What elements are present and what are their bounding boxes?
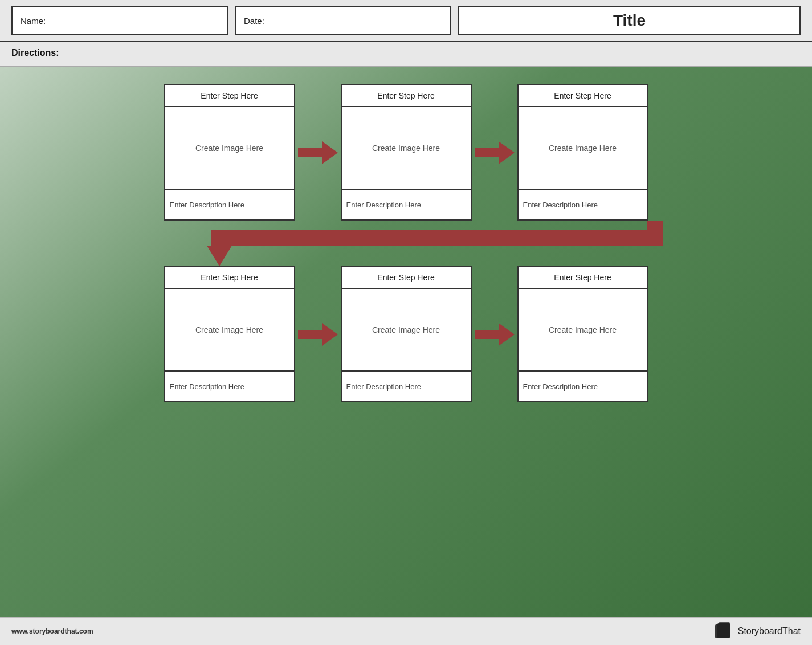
arrow-2-3: [472, 140, 517, 165]
arrow-1-2: [295, 140, 341, 165]
directions-label: Directions:: [11, 48, 59, 58]
step-image-3[interactable]: Create Image Here: [519, 107, 647, 190]
title-field[interactable]: Title: [458, 6, 801, 35]
title-label: Title: [613, 11, 646, 30]
header: Name: Date: Title: [0, 0, 812, 42]
step-description-1[interactable]: Enter Description Here: [165, 190, 294, 219]
rows-container: Enter Step Here Create Image Here Enter …: [34, 84, 778, 402]
name-label: Name:: [21, 16, 46, 26]
down-arrowhead: [207, 246, 232, 266]
row-2: Enter Step Here Create Image Here Enter …: [164, 266, 648, 402]
footer: www.storyboardthat.com StoryboardThat: [0, 617, 812, 645]
connector-hline: [215, 230, 663, 246]
svg-marker-0: [298, 141, 338, 164]
step-image-5[interactable]: Create Image Here: [342, 289, 471, 372]
step-card-6: Enter Step Here Create Image Here Enter …: [517, 266, 648, 402]
step-header-5[interactable]: Enter Step Here: [342, 267, 471, 289]
step-card-2: Enter Step Here Create Image Here Enter …: [341, 84, 472, 221]
step-image-2[interactable]: Create Image Here: [342, 107, 471, 190]
step-header-4[interactable]: Enter Step Here: [165, 267, 294, 289]
date-field[interactable]: Date:: [235, 6, 451, 35]
step-description-5[interactable]: Enter Description Here: [342, 372, 471, 401]
connector-down-stem: [211, 230, 227, 246]
step-header-3[interactable]: Enter Step Here: [519, 85, 647, 107]
svg-marker-3: [298, 323, 338, 346]
svg-marker-2: [207, 246, 232, 266]
page: Name: Date: Title Directions: Enter Step…: [0, 0, 812, 645]
step-card-4: Enter Step Here Create Image Here Enter …: [164, 266, 295, 402]
svg-marker-4: [475, 323, 515, 346]
brand-name: StoryboardThat: [738, 626, 801, 636]
step-image-4[interactable]: Create Image Here: [165, 289, 294, 372]
brand-icon: [715, 622, 733, 640]
connector-down-arrow: [207, 230, 232, 266]
step-header-2[interactable]: Enter Step Here: [342, 85, 471, 107]
row-1: Enter Step Here Create Image Here Enter …: [164, 84, 648, 221]
arrow-5-6: [472, 322, 517, 347]
step-description-4[interactable]: Enter Description Here: [165, 372, 294, 401]
main-content: Enter Step Here Create Image Here Enter …: [0, 67, 812, 617]
name-field[interactable]: Name:: [11, 6, 228, 35]
directions-bar: Directions:: [0, 42, 812, 67]
step-card-5: Enter Step Here Create Image Here Enter …: [341, 266, 472, 402]
step-image-6[interactable]: Create Image Here: [519, 289, 647, 372]
step-header-6[interactable]: Enter Step Here: [519, 267, 647, 289]
footer-url: www.storyboardthat.com: [11, 627, 93, 635]
step-image-1[interactable]: Create Image Here: [165, 107, 294, 190]
date-label: Date:: [244, 16, 264, 26]
step-card-1: Enter Step Here Create Image Here Enter …: [164, 84, 295, 221]
footer-brand: StoryboardThat: [715, 622, 801, 640]
step-header-1[interactable]: Enter Step Here: [165, 85, 294, 107]
connector: [150, 221, 663, 266]
step-description-6[interactable]: Enter Description Here: [519, 372, 647, 401]
arrow-4-5: [295, 322, 341, 347]
connector-right-cap: [647, 221, 663, 246]
svg-rect-7: [717, 623, 730, 638]
svg-marker-1: [475, 141, 515, 164]
step-description-3[interactable]: Enter Description Here: [519, 190, 647, 219]
step-card-3: Enter Step Here Create Image Here Enter …: [517, 84, 648, 221]
step-description-2[interactable]: Enter Description Here: [342, 190, 471, 219]
